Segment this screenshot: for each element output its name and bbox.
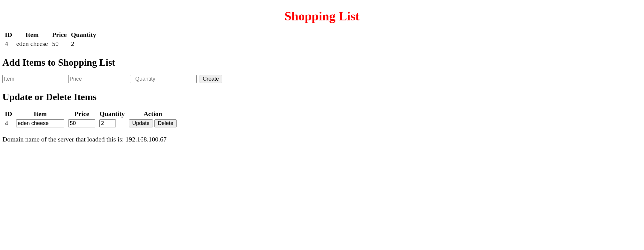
- edit-cell-id: 4: [3, 119, 14, 128]
- cell-price: 50: [50, 40, 69, 48]
- footer-domain: 192.168.100.67: [125, 135, 167, 143]
- table-header-row: ID Item Price Quantity: [3, 31, 98, 39]
- edit-cell-action: Update Delete: [127, 119, 179, 128]
- create-button[interactable]: Create: [200, 75, 222, 83]
- col-price: Price: [50, 31, 69, 39]
- edit-col-price: Price: [66, 110, 97, 118]
- edit-table: ID Item Price Quantity Action 4 Update D…: [2, 109, 179, 128]
- col-item: Item: [14, 31, 50, 39]
- edit-table-header-row: ID Item Price Quantity Action: [3, 110, 178, 118]
- cell-quantity: 2: [69, 40, 98, 48]
- edit-table-row: 4 Update Delete: [3, 119, 178, 128]
- footer-prefix: Domain name of the server that loaded th…: [2, 135, 125, 143]
- update-delete-heading: Update or Delete Items: [2, 91, 642, 103]
- edit-cell-item: [14, 119, 66, 128]
- footer-text: Domain name of the server that loaded th…: [2, 135, 642, 143]
- edit-cell-price: [66, 119, 97, 128]
- edit-item-input[interactable]: [16, 119, 64, 127]
- table-row: 4 eden cheese 50 2: [3, 40, 98, 48]
- edit-col-action: Action: [127, 110, 179, 118]
- items-table: ID Item Price Quantity 4 eden cheese 50 …: [2, 30, 98, 49]
- page-title: Shopping List: [2, 9, 642, 23]
- edit-col-item: Item: [14, 110, 66, 118]
- edit-price-input[interactable]: [68, 119, 95, 127]
- item-input[interactable]: [2, 75, 65, 83]
- cell-id: 4: [3, 40, 14, 48]
- col-id: ID: [3, 31, 14, 39]
- cell-item: eden cheese: [14, 40, 50, 48]
- quantity-input[interactable]: [134, 75, 197, 83]
- edit-cell-quantity: [98, 119, 126, 128]
- update-button[interactable]: Update: [129, 119, 153, 127]
- edit-col-quantity: Quantity: [98, 110, 126, 118]
- col-quantity: Quantity: [69, 31, 98, 39]
- edit-quantity-input[interactable]: [99, 119, 116, 127]
- delete-button[interactable]: Delete: [154, 119, 177, 127]
- price-input[interactable]: [68, 75, 131, 83]
- edit-col-id: ID: [3, 110, 14, 118]
- add-form: Create: [2, 75, 642, 83]
- add-items-heading: Add Items to Shopping List: [2, 57, 642, 68]
